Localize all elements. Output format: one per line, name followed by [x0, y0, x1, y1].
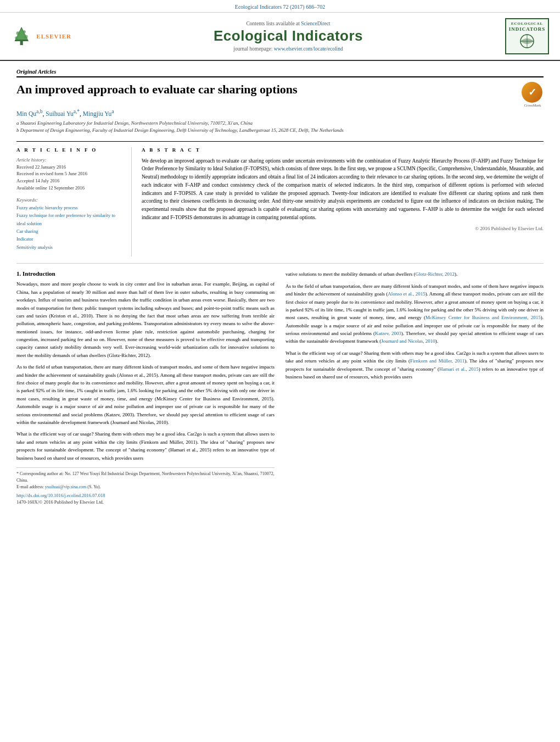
- abstract-label: A B S T R A C T: [142, 147, 544, 153]
- copyright: © 2016 Published by Elsevier Ltd.: [142, 226, 544, 231]
- kw5: Sensitivity analysis: [16, 243, 124, 251]
- eco-logo: ECOLOGICAL INDICATORS: [505, 18, 549, 54]
- abstract-col: A B S T R A C T We develop an improved a…: [132, 147, 544, 257]
- svg-rect-0: [20, 41, 23, 46]
- keywords-list: Fuzzy analytic hierarchy process Fuzzy t…: [16, 204, 124, 252]
- intro-para2: As to the field of urban transportation,…: [16, 363, 275, 426]
- author1-link[interactable]: Min Qua,b: [16, 110, 43, 117]
- issn-line: 1470-160X/© 2016 Published by Elsevier L…: [16, 499, 275, 505]
- body-two-col: 1. Introduction Nowadays, more and more …: [16, 270, 544, 505]
- ref-joumard[interactable]: Joumard and Nicolas, 2010: [381, 338, 435, 344]
- ref-alonso[interactable]: Alonso et al., 2015: [388, 291, 425, 297]
- authors: Min Qua,b, Suihuai Yua,*, Mingjiu Yua: [16, 108, 544, 117]
- svg-point-5: [15, 37, 18, 40]
- affil-a: a Shaanxi Engineering Laboratory for Ind…: [16, 120, 544, 127]
- ref-mckinsey[interactable]: McKinsey Center for Business and Environ…: [425, 315, 541, 320]
- right-body-text: vative solutions to meet the mobility de…: [285, 270, 544, 381]
- elsevier-tree-icon: [11, 21, 32, 51]
- keywords-group: Keywords: Fuzzy analytic hierarchy proce…: [16, 197, 124, 252]
- intro-para3: What is the efficient way of car usage? …: [16, 430, 275, 462]
- article-history: Article history: Received 22 January 201…: [16, 157, 124, 192]
- homepage-link[interactable]: www.elsevier.com/locate/ecolind: [274, 46, 343, 52]
- article-section: Original Articles An improved approach t…: [0, 61, 560, 256]
- article-info-label: A R T I C L E I N F O: [16, 147, 124, 153]
- elsevier-logo: ELSEVIER: [11, 21, 71, 51]
- right-para1: vative solutions to meet the mobility de…: [285, 270, 544, 278]
- author3-link[interactable]: Mingjiu Yua: [83, 110, 114, 117]
- section-divider: [16, 263, 544, 264]
- svg-point-4: [23, 31, 26, 34]
- body-right-col: vative solutions to meet the mobility de…: [285, 270, 544, 505]
- intro-body: Nowadays, more and more people choose to…: [16, 280, 275, 462]
- doi-link[interactable]: http://dx.doi.org/10.1016/j.ecolind.2016…: [16, 493, 105, 498]
- accepted-date: Accepted 14 July 2016: [16, 177, 124, 185]
- ref-firnkorn[interactable]: Firnkorn and Müller, 2011: [410, 358, 464, 364]
- body-left-col: 1. Introduction Nowadays, more and more …: [16, 270, 275, 505]
- revised-date: Received in revised form 5 June 2016: [16, 170, 124, 177]
- footnote-area: * Corresponding author at: No. 127 West …: [16, 467, 275, 505]
- crossmark-icon: ✓: [522, 82, 542, 103]
- history-label: Article history:: [16, 157, 124, 163]
- crossmark: ✓ CrossMark: [522, 82, 544, 104]
- right-para3: What is the efficient way of car usage? …: [285, 349, 544, 381]
- intro-para1: Nowadays, more and more people choose to…: [16, 280, 275, 359]
- doi-line: http://dx.doi.org/10.1016/j.ecolind.2016…: [16, 493, 275, 498]
- kw4: Indicator: [16, 235, 124, 243]
- ref-glotz[interactable]: Glotz-Richter, 2012: [415, 271, 455, 277]
- eco-badge-line2: INDICATORS: [508, 26, 546, 33]
- right-para2: As to the field of urban transportation,…: [285, 282, 544, 345]
- article-title-row: An improved approach to evaluate car sha…: [16, 82, 544, 104]
- author2-link[interactable]: Suihuai Yua,*: [46, 110, 80, 117]
- ref-hamari[interactable]: Hamari et al., 2015: [439, 366, 479, 372]
- contents-label: Contents lists available at ScienceDirec…: [82, 21, 494, 26]
- affiliations: a Shaanxi Engineering Laboratory for Ind…: [16, 120, 544, 135]
- footnote-email: E-mail address: ysuihuai@vip.sina.com (S…: [16, 484, 275, 490]
- available-date: Available online 12 September 2016: [16, 185, 124, 192]
- journal-header: ELSEVIER Contents lists available at Sci…: [0, 13, 560, 61]
- article-info-abstract: A R T I C L E I N F O Article history: R…: [16, 141, 544, 257]
- article-info-col: A R T I C L E I N F O Article history: R…: [16, 147, 132, 257]
- original-articles-label: Original Articles: [16, 69, 544, 77]
- footnote-star: * Corresponding author at: No. 127 West …: [16, 471, 275, 484]
- article-title: An improved approach to evaluate car sha…: [16, 82, 516, 98]
- abstract-text: We develop an improved approach to evalu…: [142, 157, 544, 222]
- kw1: Fuzzy analytic hierarchy process: [16, 204, 124, 211]
- eco-logo-icon: [511, 33, 544, 49]
- ref-katzev[interactable]: Katzev, 2003: [375, 331, 401, 336]
- body-section: 1. Introduction Nowadays, more and more …: [0, 270, 560, 505]
- received-date: Received 22 January 2016: [16, 164, 124, 171]
- journal-ref-link[interactable]: Ecological Indicators 72 (2017) 686–702: [235, 4, 325, 10]
- eco-badge-line1: ECOLOGICAL: [508, 21, 546, 26]
- kw2: Fuzzy technique for order preference by …: [16, 211, 124, 227]
- journal-homepage: journal homepage: www.elsevier.com/locat…: [82, 46, 494, 52]
- elsevier-wordmark: ELSEVIER: [36, 33, 71, 40]
- svg-point-3: [16, 32, 20, 35]
- sciencedirect-link[interactable]: ScienceDirect: [301, 21, 330, 26]
- svg-point-6: [24, 35, 27, 38]
- kw3: Car sharing: [16, 227, 124, 235]
- journal-center: Contents lists available at ScienceDirec…: [82, 21, 494, 52]
- affil-b: b Department of Design Engineering, Facu…: [16, 127, 544, 135]
- email-link[interactable]: ysuihuai@vip.sina.com: [45, 484, 86, 489]
- top-bar: Ecological Indicators 72 (2017) 686–702: [0, 0, 560, 13]
- journal-title: Ecological Indicators: [82, 27, 494, 44]
- keywords-label: Keywords:: [16, 197, 124, 203]
- intro-heading: 1. Introduction: [16, 270, 275, 277]
